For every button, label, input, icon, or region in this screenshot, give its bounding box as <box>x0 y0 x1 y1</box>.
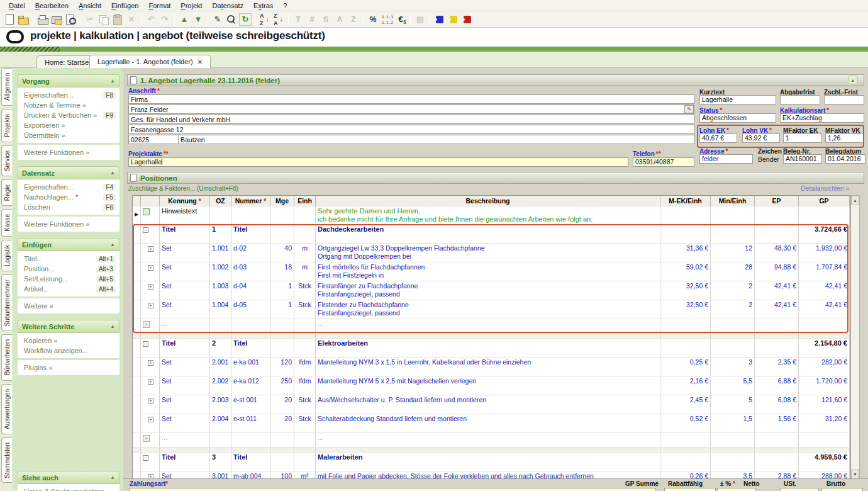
belegdatum-input[interactable]: 01.04.2016 <box>825 154 865 164</box>
module-tab-logistik[interactable]: Logistik <box>1 240 12 271</box>
mfaktor-vk-input[interactable]: 1,26 <box>825 133 864 143</box>
scroll-down-icon[interactable]: ▼ <box>851 470 859 479</box>
position-row-hinweis[interactable]: ▶HinweistextSehr geehrte Damen und Herre… <box>133 206 850 225</box>
row-expander[interactable]: + <box>141 395 160 414</box>
paste-icon[interactable] <box>111 13 124 26</box>
abgabefrist-input[interactable] <box>780 95 820 104</box>
undo-icon[interactable]: ↶ <box>145 13 157 26</box>
collapse-row-icon[interactable]: − <box>143 455 148 461</box>
sidebar-item-kopieren[interactable]: Kopieren » <box>18 336 120 346</box>
panel-header[interactable]: Einfügen▲ <box>18 238 120 251</box>
collapse-panel-icon[interactable]: ▲ <box>110 242 115 247</box>
lookup-icon[interactable] <box>225 13 238 26</box>
panel-header[interactable]: Datensatz▲ <box>18 166 120 179</box>
cut-icon[interactable]: ✂ <box>84 13 96 26</box>
collapse-section-icon[interactable]: ▲ <box>848 76 858 84</box>
outline-numbering-icon[interactable] <box>381 13 393 26</box>
format-t-icon[interactable]: T <box>292 13 304 26</box>
ort-input[interactable] <box>178 135 694 144</box>
expand-row-icon[interactable]: + <box>148 360 153 366</box>
address-line3-input[interactable] <box>128 115 694 124</box>
position-row-dots[interactable]: »...... <box>133 433 850 448</box>
row-expander[interactable]: + <box>141 358 160 376</box>
module-tab-service[interactable]: Service <box>1 145 12 176</box>
position-row-titel[interactable]: −Titel2TitelElektroarbeiten2.154,80 € <box>133 339 850 358</box>
sidebar-item-notizen-termine[interactable]: Notizen & Termine » <box>18 100 120 110</box>
row-expander[interactable]: + <box>141 262 160 281</box>
rabattfaehig-input[interactable] <box>717 488 756 491</box>
position-row-set[interactable]: +Set2.001e-ka 001120lfdmMantelleitung NY… <box>133 358 850 376</box>
sidebar-item-workflow-anzeigen[interactable]: Workflow anzeigen... <box>18 346 120 356</box>
sidebar-item-weitere[interactable]: Weitere » <box>18 301 120 311</box>
detailansichten-link[interactable]: Detailansichten » <box>801 185 849 192</box>
position-row-set[interactable]: +Set1.002d-0318mFirst mörtellos für Flac… <box>133 262 850 281</box>
address-edit-icon[interactable]: ✎ <box>684 105 694 113</box>
menu-format[interactable]: Format <box>143 1 175 10</box>
lohn-vk-input[interactable]: 43,92 € <box>742 133 780 143</box>
row-expander[interactable]: » <box>141 319 160 333</box>
sort-az-icon[interactable]: ↓ <box>259 13 271 26</box>
position-row-titel[interactable]: −Titel3TitelMalerarbeiten4.959,50 € <box>133 453 850 471</box>
row-expander[interactable]: + <box>141 244 160 262</box>
more-rows-icon[interactable]: » <box>143 435 150 442</box>
kurztext-input[interactable]: Lagerhalle <box>699 95 776 104</box>
expand-row-icon[interactable]: + <box>148 303 153 308</box>
address-line2-input[interactable] <box>128 104 694 114</box>
sidebar-item-übermitteln[interactable]: Übermitteln » <box>18 130 120 140</box>
module-tab-projekte[interactable]: Projekte <box>1 109 12 142</box>
redo-icon[interactable]: ↷ <box>159 13 171 26</box>
move-down-icon[interactable]: ▼ <box>192 13 204 26</box>
row-expander[interactable]: − <box>141 225 160 243</box>
expand-row-icon[interactable]: + <box>148 379 153 385</box>
module-tab-regie[interactable]: Regie <box>1 179 12 206</box>
telefon-input[interactable]: 03591/40887 <box>633 157 694 167</box>
refresh-icon[interactable]: ↻ <box>239 13 252 26</box>
sidebar-item-listen-strukturansichten[interactable]: Listen & Strukturansichten <box>18 487 120 491</box>
plz-input[interactable] <box>128 135 179 144</box>
mfaktor-ek-input[interactable]: 1 <box>783 133 822 143</box>
row-expander[interactable]: + <box>141 281 160 300</box>
delete-icon[interactable]: ✕ <box>125 13 138 26</box>
format-z-icon[interactable]: Z <box>347 13 360 26</box>
position-row-set[interactable]: +Set2.004e-st 01120StckSchalterabdeckung… <box>133 414 850 433</box>
panel-header[interactable]: Weitere Schritte▲ <box>18 320 120 333</box>
row-expander[interactable]: + <box>141 300 160 319</box>
edit-pencil-icon[interactable]: ✎ <box>211 13 224 26</box>
sidebar-item-eigenschaften[interactable]: Eigenschaften...F4 <box>18 182 120 192</box>
module-tab-kasse[interactable]: Kasse <box>1 209 12 237</box>
row-expander[interactable]: » <box>141 433 160 447</box>
sort-za-icon[interactable]: ↓ <box>272 13 285 26</box>
sidebar-item-position[interactable]: Position...Alt+3 <box>18 264 120 274</box>
plugin-blue-icon[interactable] <box>433 13 446 26</box>
menu-datensatz[interactable]: Datensatz <box>208 1 249 10</box>
panel-header[interactable]: Siehe auch▲ <box>18 471 120 484</box>
row-expander[interactable]: − <box>141 339 160 357</box>
zahlungsart-input[interactable] <box>129 488 656 491</box>
address-line1-input[interactable] <box>128 94 694 104</box>
module-tab-auswertungen[interactable]: Auswertungen <box>1 384 12 434</box>
sidebar-item-löschen[interactable]: LöschenF6 <box>18 202 120 212</box>
zuschlaege-link[interactable]: Zuschläge & Faktoren... (Umschalt+F8) <box>128 185 238 192</box>
expand-row-icon[interactable]: + <box>148 398 153 404</box>
lohn-ek-input[interactable]: 40,67 € <box>699 133 737 143</box>
address-line4-input[interactable] <box>128 125 694 134</box>
expand-row-icon[interactable]: + <box>148 265 153 271</box>
open-folder-icon[interactable] <box>17 13 30 26</box>
row-expander[interactable]: − <box>141 453 160 471</box>
format-hash-icon[interactable]: # <box>306 13 318 26</box>
beleg-nr-input[interactable]: AN160001 <box>783 154 822 164</box>
close-tab-icon[interactable]: ✕ <box>198 59 203 65</box>
menu-projekt[interactable]: Projekt <box>175 1 207 10</box>
table-scrollbar[interactable]: ▲ ▼ <box>850 195 860 480</box>
sidebar-item-weitere-funktionen[interactable]: Weitere Funktionen » <box>18 219 120 229</box>
position-row-set[interactable]: +Set1.004d-051StckFirstender zu Flachdac… <box>133 300 850 319</box>
sidebar-item-plugins[interactable]: Plugins » <box>18 363 120 373</box>
row-expander[interactable] <box>141 206 160 224</box>
sidebar-item-drucken-verbuchen[interactable]: Drucken & Verbuchen »F9 <box>18 110 120 120</box>
sidebar-item-weitere-funktionen[interactable]: Weitere Funktionen » <box>18 147 120 157</box>
move-up-icon[interactable]: ▲ <box>178 13 191 26</box>
currency-icon[interactable]: € <box>394 13 407 26</box>
collapse-panel-icon[interactable]: ▲ <box>110 170 115 176</box>
kalkulationsart-input[interactable]: EK+Zuschlag <box>780 113 864 123</box>
position-row-titel[interactable]: −Titel1TitelDachdeckerarbeiten3.724,66 € <box>133 225 850 244</box>
